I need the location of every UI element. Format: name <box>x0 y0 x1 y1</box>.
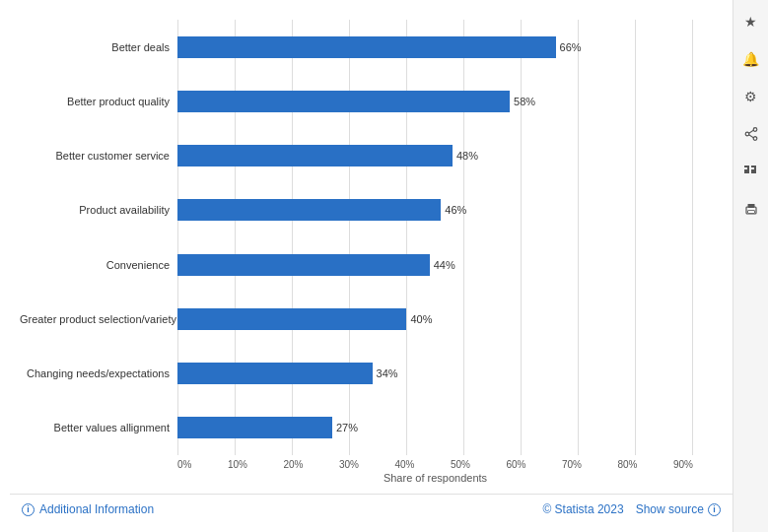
svg-rect-6 <box>747 204 754 208</box>
bar-value-label: 66% <box>560 41 582 53</box>
bar-label: Changing needs/expectations <box>20 367 170 379</box>
statista-credit: © Statista 2023 <box>542 502 623 516</box>
x-tick-label: 60% <box>506 459 525 470</box>
footer-right: © Statista 2023 Show source i <box>542 502 721 516</box>
bar-label: Better customer service <box>20 150 170 162</box>
bar-label: Product availability <box>20 204 170 216</box>
bar-label: Greater product selection/variety <box>20 313 170 325</box>
bell-icon[interactable]: 🔔 <box>739 47 763 71</box>
gear-icon[interactable]: ⚙ <box>739 85 763 108</box>
bar-track: 34% <box>177 363 693 384</box>
bar-track: 27% <box>177 417 693 438</box>
x-tick-label: 10% <box>228 459 247 470</box>
show-source-button[interactable]: Show source i <box>636 502 721 516</box>
sidebar: ★ 🔔 ⚙ <box>733 0 768 532</box>
bar-row: Product availability46% <box>177 194 693 226</box>
x-tick-label: 40% <box>394 459 414 470</box>
bar-value-label: 44% <box>434 259 455 271</box>
bar-value-label: 27% <box>336 422 358 433</box>
bar-label: Better values allignment <box>20 422 170 433</box>
bar-fill: 58% <box>177 91 510 112</box>
footer: i Additional Information © Statista 2023… <box>10 494 733 522</box>
x-tick-label: 20% <box>283 459 303 470</box>
star-icon[interactable]: ★ <box>739 10 763 33</box>
bar-track: 66% <box>177 36 693 58</box>
svg-point-1 <box>753 137 757 141</box>
bars-container: Better deals66%Better product quality58%… <box>20 20 723 455</box>
svg-rect-7 <box>747 210 754 213</box>
x-tick-label: 90% <box>673 459 693 470</box>
info-icon: i <box>22 503 35 516</box>
print-icon[interactable] <box>739 197 763 221</box>
bar-label: Convenience <box>20 259 170 271</box>
bar-fill: 34% <box>177 363 373 384</box>
bar-label: Better product quality <box>20 96 170 107</box>
bar-label: Better deals <box>20 41 170 53</box>
bar-fill: 44% <box>177 254 430 276</box>
bar-track: 46% <box>177 199 693 221</box>
bar-row: Greater product selection/variety40% <box>177 303 693 335</box>
bar-row: Better customer service48% <box>177 140 693 171</box>
bar-value-label: 48% <box>456 150 478 162</box>
svg-point-0 <box>753 128 757 132</box>
bar-fill: 40% <box>177 308 406 330</box>
x-tick-label: 0% <box>177 459 191 470</box>
show-source-icon: i <box>708 503 721 516</box>
main-content: Better deals66%Better product quality58%… <box>0 0 733 532</box>
bar-row: Better deals66% <box>177 32 693 63</box>
x-tick-label: 50% <box>451 459 470 470</box>
bar-fill: 27% <box>177 417 332 438</box>
bar-fill: 66% <box>177 36 556 58</box>
bar-value-label: 58% <box>514 96 535 107</box>
bar-row: Changing needs/expectations34% <box>177 358 693 389</box>
svg-line-3 <box>748 130 753 133</box>
bar-fill: 46% <box>177 199 441 221</box>
bar-value-label: 34% <box>377 367 398 379</box>
x-axis: 0%10%20%30%40%50%60%70%80%90% <box>20 459 723 470</box>
bar-value-label: 46% <box>445 204 466 216</box>
bar-track: 44% <box>177 254 693 276</box>
x-tick-label: 30% <box>339 459 359 470</box>
svg-line-4 <box>748 135 753 138</box>
additional-info-button[interactable]: i Additional Information <box>22 502 154 516</box>
bar-track: 40% <box>177 308 693 330</box>
show-source-label: Show source <box>636 502 704 516</box>
bar-row: Better product quality58% <box>177 86 693 117</box>
bar-row: Convenience44% <box>177 249 693 281</box>
share-icon[interactable] <box>739 122 763 146</box>
additional-info-label: Additional Information <box>39 502 154 516</box>
bar-fill: 48% <box>177 145 453 166</box>
bar-row: Better values allignment27% <box>177 412 693 443</box>
x-tick-label: 80% <box>617 459 637 470</box>
bar-track: 58% <box>177 91 693 112</box>
quote-icon[interactable] <box>739 160 763 183</box>
bar-track: 48% <box>177 145 693 166</box>
x-tick-label: 70% <box>562 459 582 470</box>
svg-point-2 <box>745 132 749 136</box>
chart-area: Better deals66%Better product quality58%… <box>10 10 733 490</box>
bar-value-label: 40% <box>410 313 432 325</box>
x-axis-label: Share of respondents <box>20 472 723 484</box>
